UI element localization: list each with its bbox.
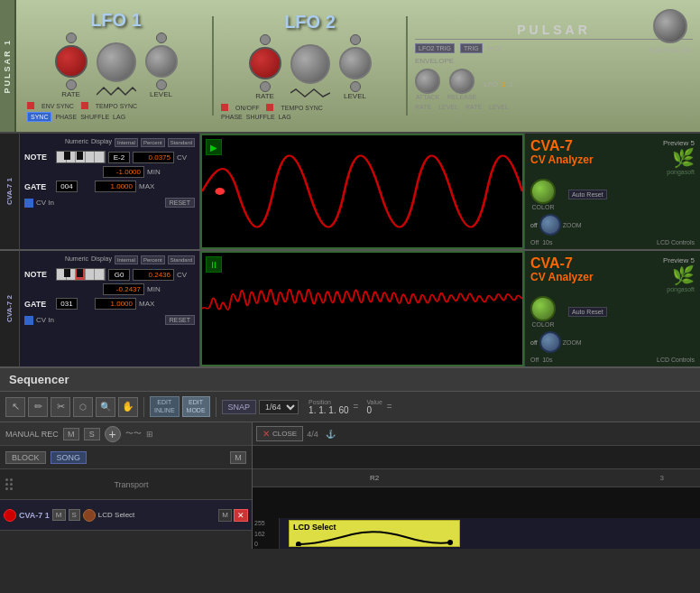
eraser-tool-btn[interactable]: ✂ [51,397,70,417]
block-btn[interactable]: BLOCK [5,451,46,464]
lfo2-trig-btn[interactable]: LFO2 TRIG [415,43,455,53]
hand-tool-btn[interactable]: ✋ [118,397,138,417]
s-btn-1[interactable]: S [84,428,100,440]
lfo2-rate-arrow-down[interactable] [260,81,271,92]
lfo1-level-arrow-up[interactable] [156,32,167,43]
cva2-cv-in-indicator [24,316,33,325]
lfo2-level-arrow-down[interactable] [350,81,361,92]
lfo1-rate-knob[interactable] [55,45,88,78]
attack-knob-group: ATTACK [415,69,440,100]
fraction-select[interactable]: 1/64 [259,400,299,414]
cva1-internal-btn[interactable]: Internal [115,138,138,147]
lfo2-level-knob[interactable] [339,47,372,79]
cva2-off-label: off [530,339,538,346]
cva1-zoom-knob[interactable] [539,214,561,236]
lfo2-tempo-sync-indicator [266,104,273,111]
cva1-record-btn[interactable] [4,509,16,522]
cva2-side-label: CVA-7 2 [5,295,14,322]
sequencer-section: Sequencer ↖ ✏ ✂ ⬡ 🔍 ✋ EDIT INLINE EDIT M… [0,368,700,549]
cva1-m-track-btn[interactable]: M [218,509,232,522]
svg-rect-2 [202,253,522,365]
close-btn[interactable]: ✕ CLOSE [256,426,303,441]
toolbar-separator2 [216,397,216,417]
cva1-x-btn[interactable]: ✕ [234,509,248,522]
cva1-m-btn[interactable]: M [52,509,66,521]
edit-inline-btn[interactable]: EDIT INLINE [150,396,180,417]
lfo1-sync-btn[interactable]: SYNC [27,112,51,122]
key2-g[interactable] [95,269,105,280]
m-btn-1[interactable]: M [63,428,79,440]
cva2-percent-btn[interactable]: Percent [141,255,165,264]
cva1-mini-keyboard[interactable] [56,151,106,163]
trig-btn[interactable]: TRIG [460,43,483,53]
black-key-ds[interactable] [77,152,83,160]
cva2-analyzer-sub: CV Analyzer [530,271,594,283]
lfo1-title: LFO 1 [27,10,205,31]
manual-rec-label: MANUAL REC [5,430,59,439]
glue-tool-btn[interactable]: ⬡ [73,397,93,417]
lfo1-lag: LAG [113,114,125,120]
val-255: 255 [254,520,277,526]
attack-knob[interactable] [415,69,440,94]
release-knob[interactable] [449,69,474,94]
lfo1-wave-knob[interactable] [97,42,136,82]
cva1-play-btn[interactable]: ▶ [206,139,222,155]
cva1-min-label: MIN [147,168,161,176]
lfo1-level-arrow-down[interactable] [156,79,167,90]
kbd-follow-knob[interactable] [653,9,687,43]
cva2-off2: Off [530,357,539,363]
lfo1-level-knob[interactable] [145,45,178,78]
manual-rec-row: MANUAL REC M S + 〜〜 ⊞ [0,422,252,446]
cva1-auto-reset-btn[interactable]: Auto Reset [568,190,607,199]
cursor-tool-btn[interactable]: ↖ [5,397,25,417]
cva2-auto-reset-btn[interactable]: Auto Reset [568,307,607,317]
cva2-side: CVA-7 2 [0,251,20,366]
lfo1-rate-arrow-up[interactable] [66,32,77,43]
cva2-numeric: Numeric [65,255,88,264]
black-key-cs[interactable] [64,152,70,160]
cva2-zoom-knob[interactable] [539,331,561,353]
key-f[interactable] [86,152,96,162]
cva2-standard-btn[interactable]: Standard [168,255,195,264]
cva1-s-btn[interactable]: S [69,509,80,521]
wave-icon: 〜〜 [125,428,142,440]
cva1-standard-btn[interactable]: Standard [168,138,195,147]
lfo1-rate-arrow-down[interactable] [66,79,77,90]
cva1-reset-btn[interactable]: RESET [165,198,195,208]
cva2-value1: 0.2436 [133,269,174,281]
cva2-reset-btn[interactable]: RESET [165,315,195,325]
edit-mode-btn[interactable]: EDIT MODE [182,396,210,417]
cva2-internal-btn[interactable]: Internal [115,255,138,264]
lfo2-on-off: ON/OFF [235,105,259,111]
black-key2-ds[interactable] [77,269,83,277]
add-track-btn[interactable]: + [105,426,121,442]
key-g[interactable] [95,152,105,162]
cva2-mini-keyboard[interactable] [56,268,106,281]
value-num: 0 [366,405,382,415]
lcd-select-block[interactable]: LCD Select [289,520,460,547]
cva1-waveform: ▶ [200,134,524,249]
song-btn[interactable]: SONG [51,451,88,464]
cva1-numeric: Numeric [65,138,88,147]
black-key2-cs[interactable] [64,269,70,277]
m-btn-2[interactable]: M [230,451,246,464]
value-numbers: 255 162 0 [253,518,280,549]
ruler-3: 3 [660,474,664,482]
cva1-percent-btn[interactable]: Percent [141,138,165,147]
block-song-row: BLOCK SONG M [0,446,252,469]
lfo2-rate-knob[interactable] [249,47,281,79]
key2-f[interactable] [86,269,96,280]
loop-tool-btn[interactable]: 🔍 [96,397,115,417]
cva1-side: CVA-7 1 [0,134,20,249]
lfo2-rate-arrow-up[interactable] [260,34,271,45]
lfo-divider [212,16,214,116]
cva2-pause-btn[interactable]: ⏸ [206,256,222,273]
close-row: ✕ CLOSE 4/4 ⚓ [253,422,700,446]
cva2-color-knob[interactable] [530,296,556,321]
lfo2-wave-knob[interactable] [290,44,330,84]
cva1-gate-value: 004 [56,181,78,192]
lfo2-level-arrow-up[interactable] [350,34,361,45]
snap-btn[interactable]: SNAP [222,400,257,414]
pencil-tool-btn[interactable]: ✏ [28,397,48,417]
cva1-color-knob[interactable] [530,179,556,204]
